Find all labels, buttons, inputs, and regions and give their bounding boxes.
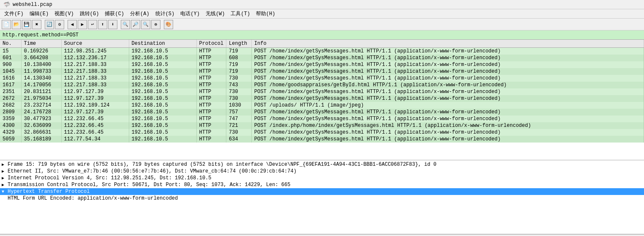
toolbar-open[interactable]: 📂 [12, 20, 21, 29]
table-row[interactable]: 6013.664208112.132.236.17192.168.10.5HTT… [0, 55, 644, 61]
menu-item-统计(S)[interactable]: 统计(S) [153, 9, 177, 18]
col-length: Length [226, 40, 252, 48]
detail-row-text: Internet Protocol Version 4, Src: 112.98… [8, 175, 642, 181]
table-row[interactable]: 104511.998733112.217.188.33192.168.10.5H… [0, 68, 644, 75]
table-row[interactable]: 280924.176728112.97.127.39192.168.10.5HT… [0, 109, 644, 115]
title-bar: 🦈 webshell.pcap [0, 0, 644, 9]
menu-bar: 文件(F)编辑(E)视图(V)跳转(G)捕获(C)分析(A)统计(S)电话(Y)… [0, 9, 644, 19]
detail-row-text: Transmission Control Protocol, Src Port:… [8, 182, 642, 188]
table-row[interactable]: 335930.477923112.232.66.45192.168.10.5HT… [0, 115, 644, 122]
toolbar-search[interactable]: 🔍 [121, 20, 130, 29]
menu-item-帮助(H)[interactable]: 帮助(H) [253, 9, 278, 18]
table-row[interactable]: 268223.232714112.192.189.124192.168.10.5… [0, 102, 644, 109]
menu-item-捕获(C)[interactable]: 捕获(C) [102, 9, 127, 18]
toolbar-reload[interactable]: 🔄 [45, 20, 54, 29]
table-row[interactable]: 432932.866631112.232.66.45192.168.10.5HT… [0, 129, 644, 136]
app-icon: 🦈 [3, 1, 10, 8]
packet-list[interactable]: No. Time Source Destination Protocol Len… [0, 40, 644, 160]
menu-item-工具(T)[interactable]: 工具(T) [228, 9, 253, 18]
col-no: No. [0, 40, 21, 48]
toolbar-forward[interactable]: ▶ [78, 20, 87, 29]
toolbar-goto[interactable]: ↩ [88, 20, 97, 29]
menu-item-电话(Y)[interactable]: 电话(Y) [178, 9, 202, 18]
col-info: Info [252, 40, 644, 48]
toolbar: 📄 📂 💾 ✖ 🔄 ⚙ ◀ ▶ ↩ ⬆ ⬇ 🔍 🔎 🔍 ⊕ 🎨 [0, 19, 644, 30]
detail-row[interactable]: HTML Form URL Encoded: application/x-www… [0, 195, 644, 202]
filter-text: http.request.method==POST [3, 32, 79, 38]
menu-item-视图(V)[interactable]: 视图(V) [52, 9, 76, 18]
toolbar-zoom-reset[interactable]: ⊕ [151, 20, 160, 29]
toolbar-capture-opts[interactable]: ⚙ [55, 20, 64, 29]
filter-bar: http.request.method==POST [0, 30, 644, 40]
menu-item-无线(W)[interactable]: 无线(W) [203, 9, 228, 18]
toolbar-bottom[interactable]: ⬇ [108, 20, 117, 29]
table-row[interactable]: 150.169226112.98.251.245192.168.10.5HTTP… [0, 48, 644, 55]
detail-row-text: Hypertext Transfer Protocol [8, 189, 642, 195]
menu-item-文件(F)[interactable]: 文件(F) [2, 9, 26, 18]
title-text: webshell.pcap [13, 2, 52, 8]
table-row[interactable]: 235120.831121112.97.127.39192.168.10.5HT… [0, 88, 644, 95]
toolbar-close[interactable]: ✖ [32, 20, 41, 29]
toolbar-back[interactable]: ◀ [68, 20, 77, 29]
toolbar-zoom-in[interactable]: 🔎 [131, 20, 140, 29]
menu-item-跳转(G)[interactable]: 跳转(G) [77, 9, 102, 18]
collapse-arrow-icon: ▶ [2, 176, 8, 181]
expand-arrow-icon: ▼ [2, 189, 8, 194]
col-time: Time [21, 40, 61, 48]
menu-item-分析(A)[interactable]: 分析(A) [128, 9, 152, 18]
detail-row-text: HTML Form URL Encoded: application/x-www… [8, 195, 642, 201]
toolbar-zoom-out[interactable]: 🔍 [141, 20, 150, 29]
detail-row-text: Frame 15: 719 bytes on wire (5752 bits),… [8, 162, 642, 167]
packet-detail[interactable]: ▶Frame 15: 719 bytes on wire (5752 bits)… [0, 160, 644, 234]
detail-row[interactable]: ▼Hypertext Transfer Protocol [0, 188, 644, 195]
detail-row[interactable]: ▶Frame 15: 719 bytes on wire (5752 bits)… [0, 161, 644, 168]
collapse-arrow-icon: ▶ [2, 182, 8, 187]
collapse-arrow-icon: ▶ [2, 162, 8, 167]
col-source: Source [61, 40, 129, 48]
detail-row-text: Ethernet II, Src: VMware_e7:7b:46 (00:50… [8, 168, 642, 174]
table-row[interactable]: 267221.975034112.97.127.39192.168.10.5HT… [0, 95, 644, 102]
collapse-arrow-icon: ▶ [2, 169, 8, 174]
toolbar-save[interactable]: 💾 [22, 20, 31, 29]
detail-row[interactable]: ▶Ethernet II, Src: VMware_e7:7b:46 (00:5… [0, 168, 644, 175]
toolbar-colorize[interactable]: 🎨 [164, 20, 173, 29]
col-destination: Destination [129, 40, 196, 48]
detail-row[interactable]: ▶Internet Protocol Version 4, Src: 112.9… [0, 175, 644, 181]
table-row[interactable]: 161714.170056112.217.188.33192.168.10.5H… [0, 82, 644, 88]
toolbar-new[interactable]: 📄 [2, 20, 11, 29]
bottom-bar: CSDN @the_zl [0, 234, 644, 236]
toolbar-top[interactable]: ⬆ [98, 20, 107, 29]
table-row[interactable]: 430032.636099112.232.66.45192.168.10.5HT… [0, 122, 644, 129]
table-row[interactable]: 90010.138400112.217.188.33192.168.10.5HT… [0, 61, 644, 68]
menu-item-编辑(E)[interactable]: 编辑(E) [27, 9, 52, 18]
table-row[interactable]: 161614.130340112.217.188.33192.168.10.5H… [0, 75, 644, 82]
table-row[interactable]: 505935.168189112.77.54.34192.168.10.5HTT… [0, 136, 644, 143]
detail-row[interactable]: ▶Transmission Control Protocol, Src Port… [0, 181, 644, 188]
col-protocol: Protocol [196, 40, 226, 48]
